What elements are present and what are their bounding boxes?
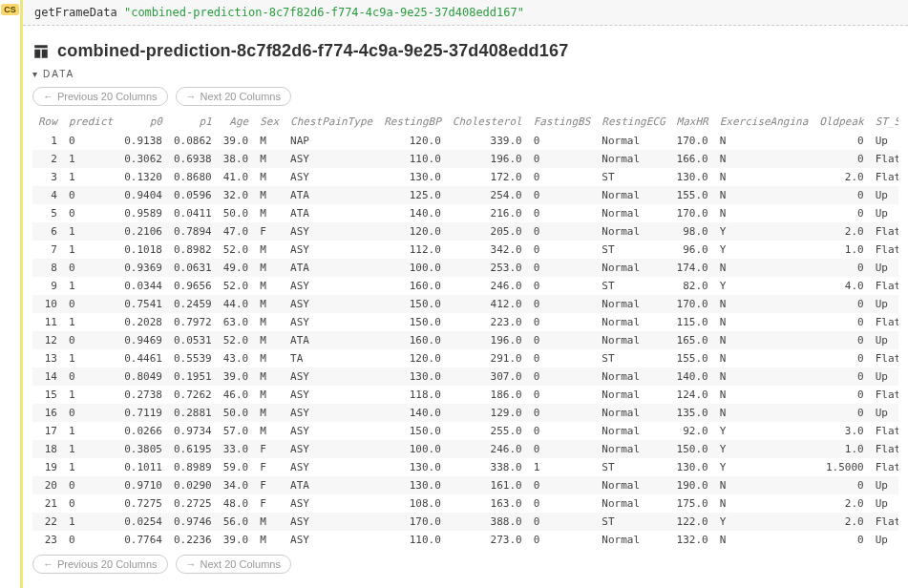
- cell-Oldpeak: 4.0: [813, 277, 869, 295]
- cell-RestingBP: 118.0: [378, 386, 447, 404]
- cell-Row: 19: [32, 458, 63, 476]
- table-row[interactable]: 2210.02540.974656.0MASY170.0388.00ST122.…: [32, 513, 898, 531]
- col-header-ST_Slope[interactable]: ST_Slope: [870, 112, 898, 132]
- cell-p1: 0.0411: [168, 204, 218, 222]
- table-row[interactable]: 1510.27380.726246.0MASY118.0186.00Normal…: [32, 386, 898, 404]
- cell-FastingBS: 0: [528, 476, 597, 494]
- table-row[interactable]: 100.91380.086239.0MNAP120.0339.00Normal1…: [32, 132, 898, 150]
- col-header-RestingECG[interactable]: RestingECG: [596, 112, 670, 132]
- output-panel: combined-prediction-8c7f82d6-f774-4c9a-9…: [23, 26, 908, 581]
- table-row[interactable]: 1910.10110.898959.0FASY130.0338.01ST130.…: [32, 458, 898, 476]
- cell-ExerciseAngina: N: [714, 168, 814, 186]
- col-header-Row[interactable]: Row: [32, 112, 63, 132]
- cell-Oldpeak: 1.0: [813, 241, 869, 259]
- cell-Oldpeak: 1.0: [813, 440, 869, 458]
- table-row[interactable]: 210.30620.693838.0MASY110.0196.00Normal1…: [32, 150, 898, 168]
- table-row[interactable]: 500.95890.041150.0MATA140.0216.00Normal1…: [32, 204, 898, 222]
- cell-FastingBS: 0: [528, 222, 597, 241]
- col-header-MaxHR[interactable]: MaxHR: [671, 112, 714, 132]
- cell-ChestPainType: ASY: [285, 241, 378, 259]
- cell-p0: 0.7541: [118, 295, 168, 313]
- cell-ChestPainType: ASY: [285, 150, 378, 168]
- table-row[interactable]: 910.03440.965652.0MASY160.0246.00ST82.0Y…: [32, 277, 898, 295]
- cell-RestingECG: ST: [596, 241, 670, 259]
- arrow-left-icon: ←: [43, 91, 53, 102]
- cell-FastingBS: 0: [528, 440, 597, 458]
- cell-ChestPainType: ASY: [285, 422, 378, 440]
- cell-predict: 1: [63, 168, 118, 186]
- table-row[interactable]: 1710.02660.973457.0MASY150.0255.00Normal…: [32, 422, 898, 440]
- next-columns-button[interactable]: → Next 20 Columns: [176, 87, 291, 106]
- cell-FastingBS: 0: [528, 277, 597, 295]
- cell-Cholesterol: 307.0: [447, 368, 528, 386]
- cell-RestingECG: Normal: [596, 368, 670, 386]
- cell-FastingBS: 0: [528, 531, 597, 549]
- cell-predict: 0: [63, 331, 118, 349]
- cell-Oldpeak: 0: [813, 259, 869, 277]
- table-row[interactable]: 1310.44610.553943.0MTA120.0291.00ST155.0…: [32, 349, 898, 368]
- cell-Oldpeak: 2.0: [813, 222, 869, 241]
- cell-Sex: M: [254, 313, 285, 331]
- table-row[interactable]: 800.93690.063149.0MATA100.0253.00Normal1…: [32, 259, 898, 277]
- table-row[interactable]: 1400.80490.195139.0MASY130.0307.00Normal…: [32, 368, 898, 386]
- cell-Oldpeak: 2.0: [813, 494, 869, 513]
- col-header-ChestPainType[interactable]: ChestPainType: [285, 112, 378, 132]
- prev-columns-label: Previous 20 Columns: [57, 91, 158, 102]
- cell-Age: 52.0: [218, 331, 255, 349]
- data-section-toggle[interactable]: ▾ DATA: [32, 69, 898, 79]
- col-header-ExerciseAngina[interactable]: ExerciseAngina: [714, 112, 814, 132]
- cell-Age: 41.0: [218, 168, 255, 186]
- cell-predict: 1: [63, 150, 118, 168]
- cell-p1: 0.8680: [168, 168, 218, 186]
- table-row[interactable]: 2300.77640.223639.0MASY110.0273.00Normal…: [32, 531, 898, 549]
- cell-FastingBS: 0: [528, 186, 597, 204]
- table-row[interactable]: 710.10180.898252.0MASY112.0342.00ST96.0Y…: [32, 241, 898, 259]
- table-row[interactable]: 1200.94690.053152.0MATA160.0196.00Normal…: [32, 331, 898, 349]
- table-row[interactable]: 310.13200.868041.0MASY130.0172.00ST130.0…: [32, 168, 898, 186]
- cell-Age: 44.0: [218, 295, 255, 313]
- cell-ChestPainType: ATA: [285, 476, 378, 494]
- cell-RestingBP: 100.0: [378, 440, 447, 458]
- cell-Sex: M: [254, 150, 285, 168]
- prev-columns-button[interactable]: ← Previous 20 Columns: [32, 87, 168, 106]
- col-header-Oldpeak[interactable]: Oldpeak: [813, 112, 869, 132]
- code-cell[interactable]: getFrameData "combined-prediction-8c7f82…: [23, 0, 908, 26]
- col-header-Cholesterol[interactable]: Cholesterol: [447, 112, 528, 132]
- cell-p1: 0.6195: [168, 440, 218, 458]
- cell-RestingECG: Normal: [596, 186, 670, 204]
- col-header-p1[interactable]: p1: [168, 112, 218, 132]
- col-header-RestingBP[interactable]: RestingBP: [378, 112, 447, 132]
- cell-p1: 0.0631: [168, 259, 218, 277]
- table-row[interactable]: 400.94040.059632.0MATA125.0254.00Normal1…: [32, 186, 898, 204]
- table-row[interactable]: 2100.72750.272548.0FASY108.0163.00Normal…: [32, 494, 898, 513]
- cell-RestingECG: Normal: [596, 222, 670, 241]
- col-header-Sex[interactable]: Sex: [254, 112, 285, 132]
- prev-columns-button-bottom[interactable]: ← Previous 20 Columns: [32, 555, 168, 574]
- cell-MaxHR: 170.0: [671, 295, 714, 313]
- cell-Row: 23: [32, 531, 63, 549]
- cell-Age: 48.0: [218, 494, 255, 513]
- code-func: getFrameData: [34, 6, 117, 19]
- cell-Oldpeak: 0: [813, 150, 869, 168]
- table-row[interactable]: 2000.97100.029034.0FATA130.0161.00Normal…: [32, 476, 898, 494]
- table-row[interactable]: 610.21060.789447.0FASY120.0205.00Normal9…: [32, 222, 898, 241]
- table-row[interactable]: 1000.75410.245944.0MASY150.0412.00Normal…: [32, 295, 898, 313]
- cell-FastingBS: 0: [528, 422, 597, 440]
- cell-RestingBP: 140.0: [378, 204, 447, 222]
- next-columns-button-bottom[interactable]: → Next 20 Columns: [176, 555, 291, 574]
- table-row[interactable]: 1600.71190.288150.0MASY140.0129.00Normal…: [32, 404, 898, 422]
- col-header-predict[interactable]: predict: [63, 112, 118, 132]
- arrow-right-icon: →: [186, 91, 197, 102]
- cell-p0: 0.2738: [118, 386, 168, 404]
- cell-Sex: M: [254, 422, 285, 440]
- col-header-Age[interactable]: Age: [218, 112, 255, 132]
- cell-ExerciseAngina: Y: [714, 440, 814, 458]
- table-row[interactable]: 1110.20280.797263.0MASY150.0223.00Normal…: [32, 313, 898, 331]
- table-row[interactable]: 1810.38050.619533.0FASY100.0246.00Normal…: [32, 440, 898, 458]
- col-header-p0[interactable]: p0: [118, 112, 168, 132]
- cell-RestingBP: 140.0: [378, 404, 447, 422]
- cell-Age: 39.0: [218, 531, 255, 549]
- cell-predict: 0: [63, 494, 118, 513]
- col-header-FastingBS[interactable]: FastingBS: [528, 112, 597, 132]
- cell-RestingECG: Normal: [596, 331, 670, 349]
